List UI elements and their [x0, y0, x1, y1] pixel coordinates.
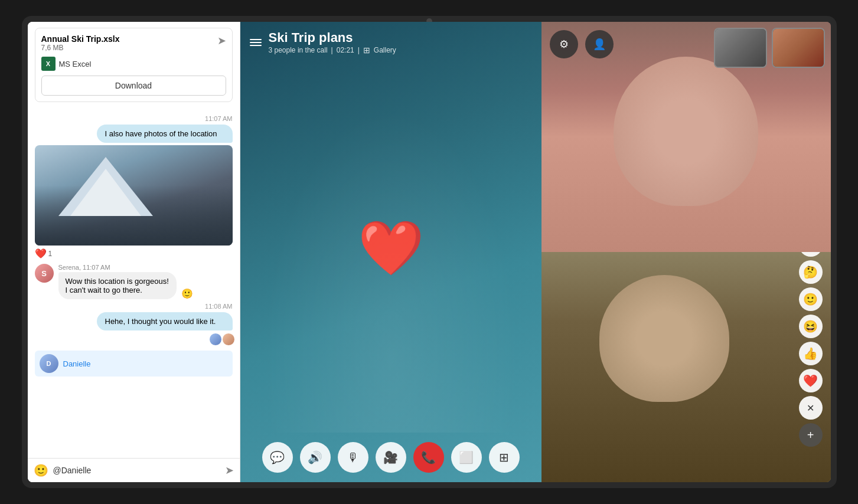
hamburger-line-2 [250, 42, 262, 43]
chat-input[interactable] [53, 466, 220, 475]
hamburger-menu-button[interactable] [250, 39, 262, 46]
excel-icon: X [41, 57, 56, 71]
chat-input-area: 🙂 ➤ [28, 458, 240, 482]
hamburger-line-1 [250, 39, 262, 40]
mention-row[interactable]: D Danielle [35, 351, 233, 377]
layout-button[interactable]: ⊞ [489, 442, 520, 473]
file-name: Annual Ski Trip.xslx [41, 34, 120, 44]
serena-avatar: S [35, 264, 54, 283]
serena-message-bubble: Wow this location is gorgeous! I can't w… [58, 272, 177, 299]
timestamp-1107: 11:07 AM [35, 115, 233, 122]
video-participant-1[interactable]: ⚙ 👤 [541, 22, 831, 252]
call-header: Ski Trip plans 3 people in the call | 02… [240, 22, 541, 63]
call-controls: 💬 🔊 🎙 🎥 📞 ⬜ ⊞ [240, 433, 541, 482]
screen-share-button[interactable]: ⬜ [451, 442, 482, 473]
pip-container [714, 28, 825, 68]
chat-messages: 11:07 AM I also have photos of the locat… [28, 108, 240, 458]
avatar-mention-2 [222, 333, 235, 346]
serena-sender-label: Serena, 11:07 AM [58, 264, 193, 271]
speaker-button[interactable]: 🔊 [300, 442, 331, 473]
video-top-controls: ⚙ 👤 [550, 30, 614, 58]
mountain-image[interactable] [35, 145, 233, 246]
danielle-avatar-mention: D [40, 354, 58, 373]
reaction-heart[interactable]: ❤️ 1 [35, 248, 233, 259]
app-container: Annual Ski Trip.xslx 7,6 MB ➤ X MS Excel… [28, 22, 831, 482]
reaction-add-button[interactable]: + [799, 423, 823, 447]
message-serena: S Serena, 11:07 AM Wow this location is … [35, 264, 233, 299]
call-gallery-label: Gallery [374, 46, 396, 54]
chat-toggle-button[interactable]: 💬 [262, 442, 293, 473]
call-title: Ski Trip plans [269, 30, 396, 45]
file-type-label: MS Excel [59, 60, 92, 68]
reaction-count: 1 [48, 250, 53, 258]
pip-person-1-face [715, 29, 766, 67]
call-meta: 3 people in the call | 02:21 | ⊞ Gallery [269, 45, 396, 55]
end-call-button[interactable]: 📞 [413, 442, 444, 473]
mute-button[interactable]: 🎙 [338, 442, 368, 473]
call-center-content: ❤️ [240, 63, 541, 433]
device-frame: Annual Ski Trip.xslx 7,6 MB ➤ X MS Excel… [22, 16, 837, 488]
reaction-crying-button[interactable]: 😢 [799, 252, 823, 257]
pip-video-2[interactable] [772, 28, 825, 68]
emoji-picker-button[interactable]: 🙂 [34, 463, 48, 477]
call-timer: 02:21 [337, 46, 354, 54]
reaction-close-button[interactable]: ✕ [799, 396, 823, 420]
call-people-count: 3 people in the call [269, 46, 328, 54]
message-hehe: Hehe, I thought you would like it. [97, 312, 233, 330]
settings-circle-button[interactable]: ⚙ [550, 30, 578, 58]
file-size: 7,6 MB [41, 44, 120, 52]
heart-reaction-emoji: ❤️ [35, 248, 47, 259]
hamburger-line-3 [250, 45, 262, 46]
video-button[interactable]: 🎥 [376, 442, 406, 473]
chat-panel: Annual Ski Trip.xslx 7,6 MB ➤ X MS Excel… [28, 22, 240, 482]
video-participant-2[interactable]: 😢 🤔 🙂 😆 👍 ❤️ ✕ + [541, 252, 831, 482]
send-button[interactable]: ➤ [225, 464, 234, 477]
forward-button[interactable]: ➤ [217, 34, 226, 47]
participant-2-face [541, 252, 831, 482]
heart-reaction-display: ❤️ [358, 221, 424, 274]
download-button[interactable]: Download [41, 76, 226, 96]
video-grid: ⚙ 👤 😢 🤔 [541, 22, 831, 482]
add-person-circle-button[interactable]: 👤 [585, 30, 614, 58]
gallery-icon: ⊞ [363, 45, 370, 55]
reaction-thumbsup-button[interactable]: 👍 [799, 342, 823, 365]
timestamp-1108: 11:08 AM [35, 303, 233, 310]
message-photos: I also have photos of the location [97, 125, 233, 143]
pip-person-2-face [773, 29, 824, 67]
reaction-thinking-button[interactable]: 🤔 [799, 260, 823, 284]
avatar-mention-1 [209, 333, 222, 346]
reaction-smile-button[interactable]: 🙂 [799, 287, 823, 311]
call-area: Ski Trip plans 3 people in the call | 02… [240, 22, 541, 482]
emoji-react-button[interactable]: 🙂 [181, 288, 193, 299]
mention-name: Danielle [63, 359, 91, 368]
reaction-laugh-button[interactable]: 😆 [799, 315, 823, 338]
reaction-heart-button[interactable]: ❤️ [799, 369, 823, 392]
emoji-reaction-panel: 😢 🤔 🙂 😆 👍 ❤️ ✕ + [799, 252, 823, 447]
pip-video-1[interactable] [714, 28, 767, 68]
file-attachment: Annual Ski Trip.xslx 7,6 MB ➤ X MS Excel… [35, 28, 233, 102]
